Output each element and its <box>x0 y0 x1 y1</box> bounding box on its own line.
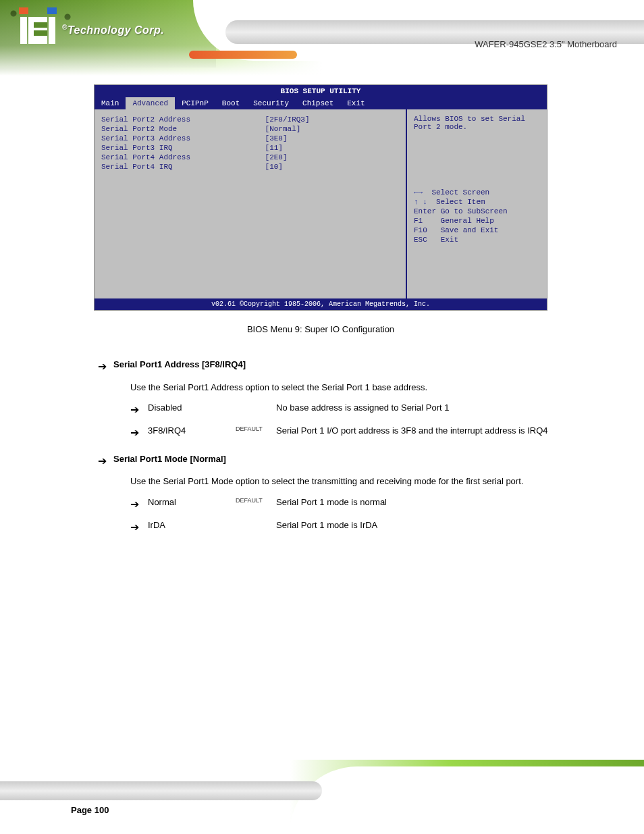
tab-advanced[interactable]: Advanced <box>126 97 175 109</box>
key-hint: Enter Go to SubScreen <box>414 207 540 215</box>
option-value-row: ➔ IrDA Serial Port 1 mode is IrDA <box>130 519 590 536</box>
key-label: ESC <box>414 236 427 244</box>
option-value-text: Serial Port 1 mode is normal <box>276 496 590 510</box>
arrow-updown-icon: ↑ ↓ <box>414 198 427 206</box>
key-desc: Select Item <box>436 198 485 206</box>
header-accent <box>189 51 297 59</box>
setting-value[interactable]: [11] <box>265 144 399 152</box>
tab-exit[interactable]: Exit <box>340 97 371 109</box>
key-hint: ←→ Select Screen <box>414 188 540 197</box>
setting-label: Serial Port2 Address <box>101 115 265 124</box>
setting-label: Serial Port4 Address <box>101 153 265 161</box>
key-desc: Save and Exit <box>441 226 499 234</box>
page-number: Page 100 <box>71 805 109 815</box>
option-description: Use the Serial Port1 Mode option to sele… <box>130 475 590 489</box>
option-default-tag: DEFAULT <box>236 424 269 434</box>
footer-tube <box>0 781 322 800</box>
option-description: Use the Serial Port1 Address option to s… <box>130 381 590 395</box>
option-block: ➔ Serial Port1 Address [3F8/IRQ4] Use th… <box>98 358 590 442</box>
option-value-label: Normal <box>148 496 229 510</box>
footer-swoosh <box>290 766 644 834</box>
brand-logo: ®Technology Corp. <box>20 17 164 44</box>
arrow-leftright-icon: ←→ <box>414 188 423 197</box>
setting-row: Serial Port2 Address[2F8/IRQ3] <box>101 115 399 124</box>
option-name: Serial Port1 Mode [Normal] <box>113 452 226 467</box>
key-desc: Go to SubScreen <box>441 207 508 215</box>
bullet-arrow-icon: ➔ <box>98 452 107 470</box>
option-value-text: No base address is assigned to Serial Po… <box>276 401 590 415</box>
tab-chipset[interactable]: Chipset <box>296 97 340 109</box>
option-name: Serial Port1 Address [3F8/IRQ4] <box>113 358 246 372</box>
option-block: ➔ Serial Port1 Mode [Normal] Use the Ser… <box>98 452 590 536</box>
option-value-label: Disabled <box>148 401 229 415</box>
key-desc: Select Screen <box>431 188 489 197</box>
setting-row: Serial Port4 IRQ[10] <box>101 162 399 172</box>
tab-boot[interactable]: Boot <box>215 97 246 109</box>
key-hint: ↑ ↓ Select Item <box>414 198 540 206</box>
setting-row: Serial Port3 Address[3E8] <box>101 134 399 143</box>
key-label: F10 <box>414 226 427 234</box>
setting-row: Serial Port2 Mode[Normal] <box>101 124 399 134</box>
bios-help-panel: Allows BIOS to set Serial Port 2 mode. ←… <box>407 109 547 298</box>
bios-title: BIOS SETUP UTILITY <box>95 85 547 97</box>
tab-main[interactable]: Main <box>95 97 126 109</box>
key-label: F1 <box>414 217 423 225</box>
setting-value[interactable]: [2E8] <box>265 153 399 161</box>
key-desc: Exit <box>441 236 458 244</box>
setting-label: Serial Port3 IRQ <box>101 144 265 152</box>
key-desc: General Help <box>441 217 494 225</box>
option-value-text: Serial Port 1 I/O port address is 3F8 an… <box>276 424 590 438</box>
setting-row: Serial Port4 Address[2E8] <box>101 153 399 162</box>
bullet-arrow-icon: ➔ <box>130 424 141 442</box>
figure-caption: BIOS Menu 9: Super IO Configuration <box>94 324 547 334</box>
tab-pcipnp[interactable]: PCIPnP <box>175 97 215 109</box>
bullet-arrow-icon: ➔ <box>130 519 141 536</box>
bios-key-hints: ←→ Select Screen ↑ ↓ Select Item Enter G… <box>414 187 540 245</box>
bullet-arrow-icon: ➔ <box>130 401 141 419</box>
option-heading: ➔ Serial Port1 Mode [Normal] <box>98 452 590 470</box>
bios-tabs: Main Advanced PCIPnP Boot Security Chips… <box>95 97 547 109</box>
setting-row: Serial Port3 IRQ[11] <box>101 143 399 153</box>
bios-body: Serial Port2 Address[2F8/IRQ3] Serial Po… <box>95 109 547 298</box>
bullet-arrow-icon: ➔ <box>130 496 141 513</box>
option-default-tag: DEFAULT <box>236 496 269 505</box>
bios-help-text: Allows BIOS to set Serial Port 2 mode. <box>414 115 540 182</box>
registered-mark: ® <box>62 24 68 31</box>
option-value-row: ➔ Disabled No base address is assigned t… <box>130 401 590 419</box>
product-name: WAFER-945GSE2 3.5" Motherboard <box>475 39 617 49</box>
bios-setup-window: BIOS SETUP UTILITY Main Advanced PCIPnP … <box>94 84 547 311</box>
setting-label: Serial Port3 Address <box>101 134 265 142</box>
option-value-row: ➔ Normal DEFAULT Serial Port 1 mode is n… <box>130 496 590 513</box>
setting-value[interactable]: [2F8/IRQ3] <box>265 115 399 124</box>
key-hint: F1 General Help <box>414 217 540 225</box>
key-hint: F10 Save and Exit <box>414 226 540 234</box>
brand-name: Technology Corp. <box>68 25 164 36</box>
option-value-label: IrDA <box>148 519 229 533</box>
setting-value[interactable]: [Normal] <box>265 125 399 133</box>
bios-settings-panel: Serial Port2 Address[2F8/IRQ3] Serial Po… <box>95 109 407 298</box>
tab-security[interactable]: Security <box>246 97 296 109</box>
bullet-arrow-icon: ➔ <box>98 358 107 375</box>
key-hint: ESC Exit <box>414 236 540 244</box>
setting-value[interactable]: [10] <box>265 163 399 171</box>
key-label: Enter <box>414 207 436 215</box>
setting-value[interactable]: [3E8] <box>265 134 399 142</box>
setting-label: Serial Port2 Mode <box>101 125 265 133</box>
bios-footer: v02.61 ©Copyright 1985-2006, American Me… <box>95 298 547 310</box>
option-value-text: Serial Port 1 mode is IrDA <box>276 519 590 533</box>
setting-label: Serial Port4 IRQ <box>101 163 265 171</box>
brand-text: ®Technology Corp. <box>62 24 164 36</box>
doc-content: ➔ Serial Port1 Address [3F8/IRQ4] Use th… <box>98 358 590 546</box>
iei-logo-icon <box>20 17 55 44</box>
option-heading: ➔ Serial Port1 Address [3F8/IRQ4] <box>98 358 590 375</box>
option-value-row: ➔ 3F8/IRQ4 DEFAULT Serial Port 1 I/O por… <box>130 424 590 442</box>
option-value-label: 3F8/IRQ4 <box>148 424 229 438</box>
